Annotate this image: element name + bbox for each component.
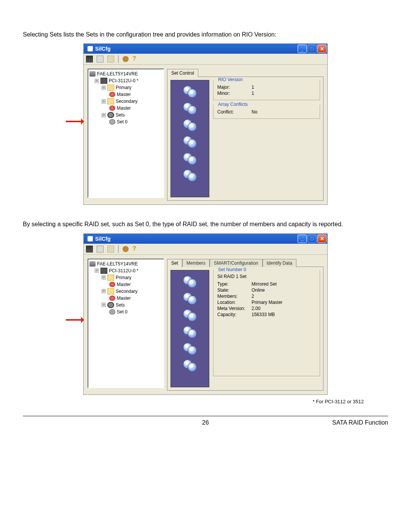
expander-icon[interactable]: ⊟ xyxy=(102,99,106,104)
toolbar: ? xyxy=(84,54,327,65)
tree-secondary[interactable]: Secondary xyxy=(116,99,137,104)
page-footer: 26 SATA RAID Function xyxy=(23,416,388,426)
tree-master[interactable]: Master xyxy=(117,92,131,97)
set-icon xyxy=(109,309,115,315)
tree-root[interactable]: FAE-LELT5Y14VRE xyxy=(97,71,138,77)
tab-members[interactable]: Members xyxy=(182,259,210,267)
set-name: Sil RAID 1 Set xyxy=(217,274,316,279)
tree-set0[interactable]: Set 0 xyxy=(117,119,127,125)
config-tree[interactable]: FAE-LELT5Y14VRE ⊟PCI-3112U-0 * ⊟Primary … xyxy=(88,259,164,388)
close-button[interactable]: ✕ xyxy=(317,45,327,53)
card-icon xyxy=(100,78,107,84)
tab-smart-config[interactable]: SMART/Configuration xyxy=(210,259,263,267)
paste-icon[interactable] xyxy=(107,246,114,252)
close-button[interactable]: ✕ xyxy=(317,235,327,243)
expander-icon[interactable]: ⊟ xyxy=(95,79,99,83)
disk-gallery xyxy=(170,270,209,387)
window-title: SilCfg xyxy=(95,236,110,242)
tree-sets[interactable]: Sets xyxy=(116,302,125,308)
label-conflict: Conflict: xyxy=(217,109,252,115)
toolbar-divider xyxy=(118,55,119,63)
tree-sets[interactable]: Sets xyxy=(116,112,125,118)
label-minor: Minor: xyxy=(217,91,252,96)
highlight-arrow xyxy=(66,118,89,125)
maximize-button[interactable]: □ xyxy=(307,235,317,243)
tree-master[interactable]: Master xyxy=(117,105,131,111)
disk-pair-icon xyxy=(183,276,197,287)
label-capacity: Capacity: xyxy=(217,312,252,317)
help-icon[interactable]: ? xyxy=(132,56,139,62)
disk-pair-icon xyxy=(183,326,197,337)
label-members: Members: xyxy=(217,294,252,299)
disk-pair-icon xyxy=(183,309,197,321)
app-icon xyxy=(88,236,93,241)
disk-gallery xyxy=(170,80,209,197)
value-meta-version: 2.00 xyxy=(252,306,260,311)
label-type: Type: xyxy=(217,281,252,287)
footnote: * For PCI-3112 or 3512 xyxy=(23,399,364,404)
tab-identify-data[interactable]: Identify Data xyxy=(263,259,296,267)
minimize-button[interactable]: _ xyxy=(298,45,307,53)
value-conflict: No xyxy=(252,109,257,115)
screenshot-sets-view: SilCfg _ □ ✕ ? FAE-LELT5Y14VRE ⊟PCI-3112… xyxy=(83,43,328,205)
copy-icon[interactable] xyxy=(97,56,104,62)
group-array-conflicts: Conflict:No xyxy=(213,105,320,119)
disk-pair-icon xyxy=(183,292,197,304)
app-icon xyxy=(88,46,93,51)
value-members: 2 xyxy=(252,294,254,299)
expander-icon[interactable]: ⊟ xyxy=(95,268,99,273)
tab-set-control[interactable]: Set Control xyxy=(167,69,198,77)
group-rio-version: Major:1 Minor:1 xyxy=(213,80,320,100)
minimize-button[interactable]: _ xyxy=(298,235,307,243)
value-capacity: 156333 MB xyxy=(252,312,275,317)
intro-paragraph-1: Selecting Sets lists the Sets in the con… xyxy=(23,30,388,39)
save-icon[interactable] xyxy=(86,246,93,252)
tree-master[interactable]: Master xyxy=(117,282,131,287)
disk-pair-icon xyxy=(183,136,197,147)
label-location: Location: xyxy=(217,300,252,305)
value-type: Mirrored Set xyxy=(252,281,277,287)
tree-primary[interactable]: Primary xyxy=(116,85,131,90)
tree-set0[interactable]: Set 0 xyxy=(117,309,127,315)
maximize-button[interactable]: □ xyxy=(307,45,317,53)
copy-icon[interactable] xyxy=(97,246,104,252)
expander-icon[interactable]: ⊟ xyxy=(102,86,106,90)
tree-card[interactable]: PCI-3112U-0 * xyxy=(109,78,139,83)
highlight-arrow xyxy=(66,317,89,323)
disk-pair-icon xyxy=(183,102,197,114)
sets-icon xyxy=(107,302,114,308)
tree-root[interactable]: FAE-LELT5Y14VRE xyxy=(97,261,138,267)
config-tree[interactable]: FAE-LELT5Y14VRE ⊟PCI-3112U-0 * ⊟Primary … xyxy=(88,69,164,198)
value-state: Online xyxy=(252,288,265,293)
save-icon[interactable] xyxy=(86,56,93,62)
expander-icon[interactable]: ⊟ xyxy=(102,303,106,307)
set-icon xyxy=(109,119,115,125)
expander-icon[interactable]: ⊟ xyxy=(102,275,106,280)
disk-icon xyxy=(109,296,115,301)
paste-icon[interactable] xyxy=(107,56,114,62)
card-icon xyxy=(100,268,107,274)
help-icon[interactable]: ? xyxy=(132,246,139,252)
sets-icon xyxy=(107,112,114,118)
footer-section-title: SATA RAID Function xyxy=(332,419,388,426)
computer-icon xyxy=(89,261,96,267)
disk-icon xyxy=(109,92,115,97)
label-meta-version: Meta Version: xyxy=(217,306,252,311)
expander-icon[interactable]: ⊟ xyxy=(102,289,106,293)
disk-pair-icon xyxy=(183,169,197,181)
window-title: SilCfg xyxy=(95,46,110,52)
disk-pair-icon xyxy=(183,153,197,164)
folder-icon xyxy=(107,98,114,104)
expander-icon[interactable]: ⊟ xyxy=(102,113,106,117)
find-icon[interactable] xyxy=(123,56,129,62)
computer-icon xyxy=(89,71,96,77)
tree-primary[interactable]: Primary xyxy=(116,275,131,280)
tree-card[interactable]: PCI-3112U-0 * xyxy=(109,268,139,273)
window-titlebar: SilCfg _ □ ✕ xyxy=(84,234,327,244)
screenshot-set0-view: SilCfg _ □ ✕ ? FAE-LELT5Y14VRE ⊟PCI-3112… xyxy=(83,233,328,395)
find-icon[interactable] xyxy=(123,246,129,252)
disk-icon xyxy=(109,105,115,111)
tree-master[interactable]: Master xyxy=(117,296,131,301)
tab-set[interactable]: Set xyxy=(167,259,182,267)
tree-secondary[interactable]: Secondary xyxy=(116,289,137,294)
